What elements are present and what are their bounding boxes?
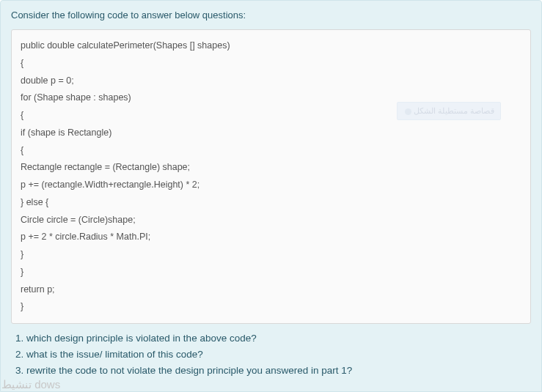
code-line: Rectangle rectangle = (Rectangle) shape; [21,159,521,177]
code-line: if (shape is Rectangle) [21,125,521,142]
question-1: 1. which design principle is violated in… [15,331,527,347]
intro-text: Consider the following code to answer be… [11,10,531,21]
question-list: 1. which design principle is violated in… [11,324,531,379]
code-block: قصاصة مستطيلة الشكل public double calcul… [11,29,531,324]
code-line: Circle circle = (Circle)shape; [21,212,521,229]
code-line: { [21,55,521,73]
code-line: { [21,142,521,160]
question-panel: Consider the following code to answer be… [0,0,542,392]
snipping-watermark-icon [405,108,411,115]
code-line: p += (rectangle.Width+rectangle.Height) … [21,177,521,194]
code-line: p += 2 * circle.Radius * Math.PI; [21,229,521,246]
code-line: } [21,298,521,316]
snipping-watermark-text: قصاصة مستطيلة الشكل [414,106,494,115]
code-line: public double calculatePerimeter(Shapes … [21,37,521,55]
code-line: return p; [21,281,521,299]
code-line: } [21,246,521,264]
code-line: } else { [21,194,521,212]
code-line: } [21,264,521,281]
windows-activation-watermark: dows تنشيط [0,378,60,392]
question-2: 2. what is the issue/ limitation of this… [15,347,527,363]
code-line: double p = 0; [21,73,521,90]
snipping-watermark: قصاصة مستطيلة الشكل [397,102,501,120]
question-3: 3. rewrite the code to not violate the d… [15,363,527,379]
